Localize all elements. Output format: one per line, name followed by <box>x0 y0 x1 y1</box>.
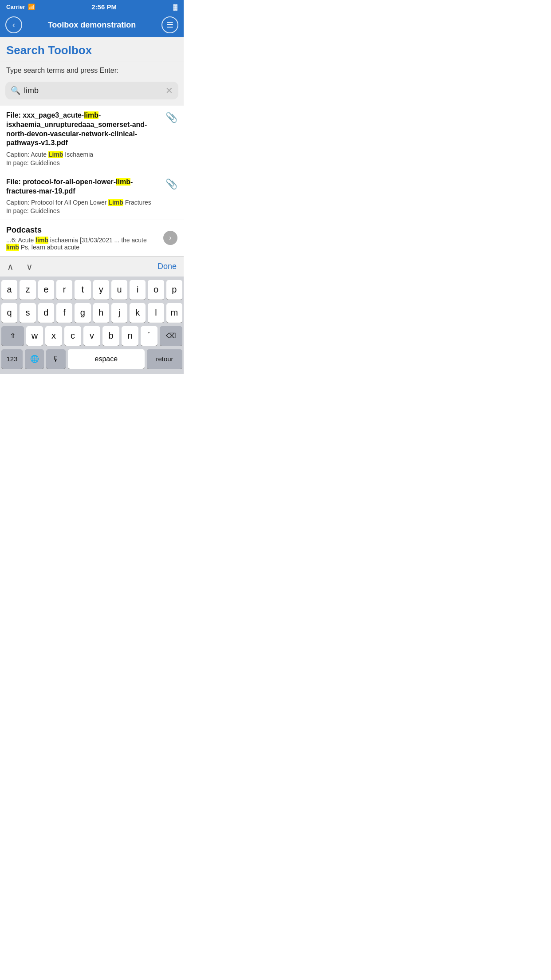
nav-up-button[interactable]: ∧ <box>7 261 14 272</box>
result-item-2[interactable]: File: protocol-for-all-open-lower-limb-f… <box>0 172 184 220</box>
key-g[interactable]: g <box>75 303 91 323</box>
key-r[interactable]: r <box>56 280 72 300</box>
key-w[interactable]: w <box>26 326 43 346</box>
key-l[interactable]: l <box>148 303 164 323</box>
result-filename-1: File: xxx_page3_acute-limb-isxhaemia_unr… <box>6 111 162 148</box>
clear-button[interactable]: ✕ <box>165 85 173 96</box>
key-s[interactable]: s <box>20 303 35 323</box>
status-time: 2:56 PM <box>91 3 117 11</box>
status-carrier: Carrier 📶 <box>6 4 35 10</box>
space-key[interactable]: espace <box>68 349 145 369</box>
podcast-chevron-icon[interactable]: › <box>163 231 177 245</box>
podcast-heading: Podcasts <box>6 225 160 235</box>
header: ‹ Toolbox demonstration ☰ <box>0 12 184 37</box>
attachment-icon-2: 📎 <box>165 178 177 190</box>
key-i[interactable]: i <box>130 280 146 300</box>
page-heading: Search Toolbox <box>6 43 177 57</box>
podcast-content: Podcasts ...6: Acute limb ischaemia [31/… <box>6 225 160 251</box>
keyboard-row-2: q s d f g h j k l m <box>1 303 182 323</box>
result-item[interactable]: File: xxx_page3_acute-limb-isxhaemia_unr… <box>0 106 184 172</box>
status-bar: Carrier 📶 2:56 PM ▓ <box>0 0 184 12</box>
menu-icon: ☰ <box>166 20 173 30</box>
podcast-text: ...6: Acute limb ischaemia [31/03/2021 .… <box>6 237 160 251</box>
key-q[interactable]: q <box>1 303 17 323</box>
result-content-1: File: xxx_page3_acute-limb-isxhaemia_unr… <box>6 111 162 166</box>
nav-down-button[interactable]: ∨ <box>26 261 33 272</box>
keyboard-row-4: 123 🌐 🎙 espace retour <box>1 349 182 369</box>
keyboard-row-1: a z e r t y u i o p <box>1 280 182 300</box>
search-bar-area: 🔍 ✕ <box>0 78 184 106</box>
key-f[interactable]: f <box>56 303 72 323</box>
key-u[interactable]: u <box>111 280 127 300</box>
return-key[interactable]: retour <box>147 349 182 369</box>
keyboard: a z e r t y u i o p q s d f g h j k l m … <box>0 277 184 374</box>
search-icon: 🔍 <box>11 86 20 95</box>
back-icon: ‹ <box>12 20 15 30</box>
key-apostrophe[interactable]: ´ <box>141 326 157 346</box>
result-content-2: File: protocol-for-all-open-lower-limb-f… <box>6 178 162 214</box>
result-caption-2: Caption: Protocol for All Open Lower Lim… <box>6 198 162 207</box>
header-title: Toolbox demonstration <box>22 20 161 30</box>
key-b[interactable]: b <box>102 326 119 346</box>
search-instruction: Type search terms and press Enter: <box>0 62 184 78</box>
result-page-2: In page: Guidelines <box>6 207 162 214</box>
battery-icon: ▓ <box>173 4 177 10</box>
key-d[interactable]: d <box>38 303 54 323</box>
search-bar[interactable]: 🔍 ✕ <box>5 82 178 99</box>
key-a[interactable]: a <box>1 280 17 300</box>
key-e[interactable]: e <box>38 280 54 300</box>
page-heading-area: Search Toolbox <box>0 37 184 62</box>
search-input[interactable] <box>24 86 162 95</box>
nav-bar: ∧ ∨ Done <box>0 257 184 277</box>
key-c[interactable]: c <box>64 326 81 346</box>
result-caption-1: Caption: Acute Limb Ischaemia <box>6 150 162 159</box>
status-battery: ▓ <box>173 4 177 10</box>
keyboard-row-3: ⇧ w x c v b n ´ ⌫ <box>1 326 182 346</box>
key-o[interactable]: o <box>148 280 164 300</box>
key-k[interactable]: k <box>130 303 146 323</box>
back-button[interactable]: ‹ <box>5 16 22 33</box>
num-key[interactable]: 123 <box>1 349 23 369</box>
attachment-icon-1: 📎 <box>165 112 177 123</box>
key-t[interactable]: t <box>75 280 91 300</box>
shift-key[interactable]: ⇧ <box>1 326 24 346</box>
wifi-icon: 📶 <box>28 4 35 10</box>
key-y[interactable]: y <box>93 280 109 300</box>
key-h[interactable]: h <box>93 303 109 323</box>
key-n[interactable]: n <box>122 326 138 346</box>
menu-button[interactable]: ☰ <box>161 16 178 33</box>
mic-key[interactable]: 🎙 <box>46 349 65 369</box>
results-area: File: xxx_page3_acute-limb-isxhaemia_unr… <box>0 106 184 257</box>
key-p[interactable]: p <box>166 280 182 300</box>
done-button[interactable]: Done <box>157 262 177 271</box>
key-v[interactable]: v <box>83 326 100 346</box>
result-filename-2: File: protocol-for-all-open-lower-limb-f… <box>6 178 162 196</box>
podcast-item[interactable]: Podcasts ...6: Acute limb ischaemia [31/… <box>0 220 184 257</box>
key-j[interactable]: j <box>111 303 127 323</box>
key-z[interactable]: z <box>20 280 35 300</box>
delete-key[interactable]: ⌫ <box>160 326 182 346</box>
result-page-1: In page: Guidelines <box>6 159 162 166</box>
key-x[interactable]: x <box>45 326 62 346</box>
nav-arrows: ∧ ∨ <box>7 261 33 272</box>
globe-key[interactable]: 🌐 <box>25 349 44 369</box>
key-m[interactable]: m <box>166 303 182 323</box>
